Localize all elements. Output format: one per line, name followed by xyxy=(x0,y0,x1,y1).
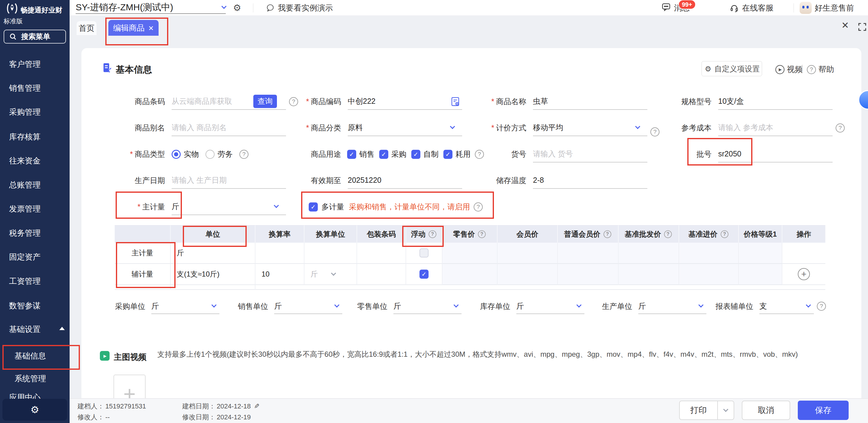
stock-unit-select[interactable]: 斤 xyxy=(516,298,584,314)
conv-unit-cell[interactable] xyxy=(305,243,357,264)
art-no-input[interactable]: 请输入 货号 xyxy=(533,146,647,162)
sidebar-item-basic-info[interactable]: 基础信息 xyxy=(14,351,46,361)
retail-price-cell[interactable] xyxy=(442,243,498,264)
sidebar-item-analytics[interactable]: 数智参谋 xyxy=(9,300,40,311)
print-split-button[interactable]: 打印 xyxy=(679,401,734,420)
type-option-physical[interactable]: 实物 xyxy=(172,149,199,159)
rate-cell[interactable]: 10 xyxy=(255,264,305,285)
help-icon[interactable] xyxy=(239,150,248,159)
sidebar-item-payroll[interactable]: 工资管理 xyxy=(9,276,40,287)
sidebar-item-inventory[interactable]: 库存核算 xyxy=(9,132,40,142)
category-select[interactable]: 原料 xyxy=(348,120,462,136)
name-input[interactable]: 虫草 xyxy=(533,94,647,110)
query-button[interactable]: 查询 xyxy=(253,95,277,108)
production-unit-select[interactable]: 斤 xyxy=(638,298,706,314)
sidebar-group-basic-settings[interactable]: 基础设置 xyxy=(9,324,40,335)
rate-cell[interactable] xyxy=(255,243,305,264)
purchase-unit-select[interactable]: 斤 xyxy=(151,298,219,314)
barcode-input[interactable]: 从云端商品库获取 查询 xyxy=(172,94,286,110)
help-icon[interactable] xyxy=(429,230,436,238)
base-purchase-price-cell[interactable] xyxy=(679,243,739,264)
sidebar-search-input[interactable]: 搜索菜单 xyxy=(4,30,66,43)
save-button[interactable]: 保存 xyxy=(798,401,849,420)
sidebar-settings-gear-icon[interactable] xyxy=(2,399,67,421)
help-icon[interactable] xyxy=(836,124,845,133)
base-purchase-price-cell[interactable] xyxy=(679,264,739,285)
cancel-button[interactable]: 取消 xyxy=(742,401,790,420)
print-options-caret[interactable] xyxy=(717,401,734,419)
ref-cost-input[interactable]: 请输入 参考成本 xyxy=(718,120,833,136)
retail-unit-select[interactable]: 斤 xyxy=(394,298,462,314)
help-icon[interactable] xyxy=(664,230,672,238)
expiry-input[interactable]: 20251220 xyxy=(348,172,462,189)
alias-input[interactable]: 请输入 商品别名 xyxy=(172,120,286,136)
add-row-icon[interactable] xyxy=(798,268,810,280)
conv-unit-select[interactable]: 斤 xyxy=(305,264,357,285)
code-rule-icon[interactable] xyxy=(451,97,460,107)
unit-cell[interactable]: 斤 xyxy=(171,243,255,264)
usage-option-consume[interactable]: 耗用 xyxy=(443,149,471,159)
sidebar-item-invoices[interactable]: 发票管理 xyxy=(9,204,40,214)
help-icon[interactable] xyxy=(474,202,483,212)
common-member-price-cell[interactable] xyxy=(558,243,619,264)
help-link[interactable]: 帮助 xyxy=(807,64,834,75)
multi-unit-checkbox[interactable]: 多计量 xyxy=(309,202,344,212)
usage-option-sale[interactable]: 销售 xyxy=(347,149,374,159)
edit-date-icon[interactable] xyxy=(252,402,259,410)
unit-cell[interactable]: 支(1支≈10斤) xyxy=(171,264,255,285)
main-unit-select[interactable]: 斤 xyxy=(172,199,286,215)
package-barcode-cell[interactable] xyxy=(357,243,406,264)
spec-input[interactable]: 10支/盒 xyxy=(718,94,833,110)
help-icon[interactable] xyxy=(475,150,484,159)
messages-button[interactable]: 99+ 消息 xyxy=(661,0,690,16)
storage-input[interactable]: 2-8 xyxy=(533,172,647,189)
retail-price-cell[interactable] xyxy=(442,264,498,285)
pricing-select[interactable]: 移动平均 xyxy=(533,120,647,136)
floating-cell[interactable] xyxy=(406,243,442,264)
usage-option-purchase[interactable]: 采购 xyxy=(379,149,406,159)
checkbox-checked-icon[interactable] xyxy=(420,269,429,279)
sidebar-item-funds[interactable]: 往来资金 xyxy=(9,156,40,166)
agent-menu[interactable]: 好生意售前 xyxy=(800,0,854,16)
report-aux-unit-select[interactable]: 支 xyxy=(760,298,814,314)
help-icon[interactable] xyxy=(817,302,826,311)
help-icon[interactable] xyxy=(478,230,486,238)
tab-edit-product[interactable]: 编辑商品 xyxy=(108,20,159,36)
base-wholesale-price-cell[interactable] xyxy=(619,264,679,285)
fullscreen-icon[interactable] xyxy=(857,22,867,32)
price-level-1-cell[interactable] xyxy=(739,264,782,285)
tab-close-icon[interactable] xyxy=(148,23,154,33)
usage-option-selfmade[interactable]: 自制 xyxy=(411,149,438,159)
sidebar-item-fixed-assets[interactable]: 固定资产 xyxy=(9,252,40,262)
sidebar-item-sales[interactable]: 销售管理 xyxy=(9,83,40,94)
sale-unit-select[interactable]: 斤 xyxy=(274,298,342,314)
prod-date-input[interactable]: 请输入 生产日期 xyxy=(172,172,286,189)
checkbox-unchecked-icon[interactable] xyxy=(420,249,429,258)
batch-input[interactable]: sr2050 xyxy=(718,146,833,162)
support-button[interactable]: 在线客服 xyxy=(730,0,774,16)
price-level-1-cell[interactable] xyxy=(739,243,782,264)
settings-gear-icon[interactable] xyxy=(233,2,241,13)
video-link[interactable]: 视频 xyxy=(775,64,803,75)
sidebar-item-ledger[interactable]: 总账管理 xyxy=(9,180,40,190)
base-wholesale-price-cell[interactable] xyxy=(619,243,679,264)
account-selector[interactable]: SY-进销存-ZMH(测试中) xyxy=(76,1,226,14)
close-page-icon[interactable] xyxy=(841,20,849,31)
package-barcode-cell[interactable] xyxy=(357,264,406,285)
help-icon[interactable] xyxy=(650,127,659,136)
custom-fields-button[interactable]: 自定义项设置 xyxy=(702,61,762,76)
code-input[interactable]: 中创222 xyxy=(348,94,462,110)
floating-cell[interactable] xyxy=(406,264,442,285)
help-icon[interactable] xyxy=(289,97,298,106)
print-button-label[interactable]: 打印 xyxy=(680,401,717,419)
sidebar-item-purchasing[interactable]: 采购管理 xyxy=(9,107,40,118)
help-icon[interactable] xyxy=(603,230,611,238)
sidebar-item-customers[interactable]: 客户管理 xyxy=(9,59,40,70)
member-price-cell[interactable] xyxy=(498,243,558,264)
demo-link[interactable]: 我要看实例演示 xyxy=(266,0,333,16)
sidebar-item-tax[interactable]: 税务管理 xyxy=(9,228,40,238)
common-member-price-cell[interactable] xyxy=(558,264,619,285)
sidebar-item-system-admin[interactable]: 系统管理 xyxy=(14,373,46,384)
type-option-service[interactable]: 劳务 xyxy=(206,149,233,159)
tab-home[interactable]: 首页 xyxy=(76,21,97,35)
